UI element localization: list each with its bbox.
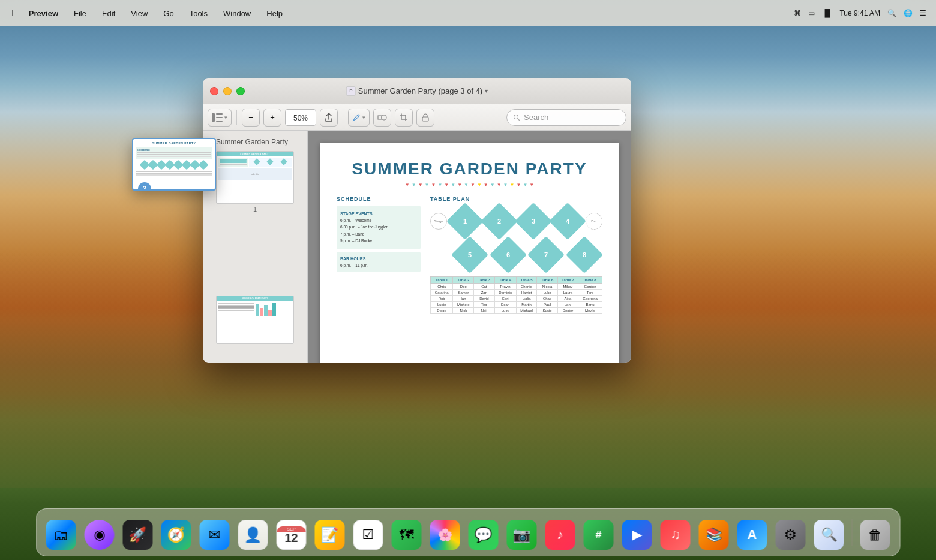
apple-menu[interactable]: : [10, 8, 13, 19]
page-1-num: 1: [253, 206, 257, 213]
tools-menu[interactable]: Tools: [187, 8, 210, 19]
airplay-icon[interactable]: ▭: [808, 9, 815, 17]
maximize-button[interactable]: [236, 87, 245, 95]
shapes-button[interactable]: [373, 109, 391, 127]
sidebar-toggle-button[interactable]: ▾: [208, 109, 232, 127]
dock-siri[interactable]: ◉: [82, 517, 117, 552]
table-2: 2: [481, 203, 518, 240]
menubar:  Preview File Edit View Go Tools Window…: [0, 0, 936, 26]
dock-reminders[interactable]: ☑: [351, 517, 386, 552]
help-menu[interactable]: Help: [264, 8, 285, 19]
window-content: ▼ Summer Garden Party SUMMER GARDEN PART…: [203, 131, 631, 363]
window-menu[interactable]: Window: [221, 8, 253, 19]
svg-rect-2: [216, 117, 223, 118]
page-1-thumb[interactable]: SUMMER GARDEN PARTY: [203, 149, 307, 215]
crop-button[interactable]: [395, 109, 413, 127]
control-center-icon[interactable]: ☰: [920, 9, 926, 17]
dock-safari[interactable]: 🧭: [159, 517, 194, 552]
dock-appstore[interactable]: A: [735, 517, 770, 552]
dock-facetime[interactable]: 📷: [505, 517, 539, 552]
zoom-display[interactable]: 50%: [285, 109, 316, 126]
sidebar: ▼ Summer Garden Party SUMMER GARDEN PART…: [203, 131, 308, 363]
col-header-2: Table 2: [453, 277, 474, 284]
table-row-2: 5 6 7 8: [430, 239, 602, 270]
schedule-title: SCHEDULE: [337, 196, 421, 202]
dock-trash[interactable]: 🗑: [858, 517, 893, 552]
schedule-item-2: 6:30 p.m. – Joe the Juggler: [340, 225, 417, 230]
share-button[interactable]: [320, 109, 338, 127]
doc-columns: SCHEDULE STAGE EVENTS 6 p.m. – Welcome 6…: [337, 196, 602, 314]
spotlight-icon[interactable]: 🔍: [887, 9, 896, 17]
doc-icon: P: [346, 86, 356, 96]
dock-messages[interactable]: 💬: [466, 517, 501, 552]
search-placeholder: Search: [524, 113, 548, 122]
view-menu[interactable]: View: [128, 8, 150, 19]
seating-table: Table 1 Table 2 Table 3 Table 4 Table 5 …: [430, 276, 602, 314]
table-4: 4: [549, 203, 586, 240]
file-menu[interactable]: File: [71, 8, 89, 19]
dock-itunes[interactable]: ♫: [658, 517, 693, 552]
col-header-4: Table 4: [494, 277, 516, 284]
page-4-thumb[interactable]: SUMMER GARDEN PARTY: [203, 293, 307, 346]
dock-separator: [852, 519, 853, 546]
close-button[interactable]: [210, 87, 218, 95]
dock-music[interactable]: ♪: [543, 517, 578, 552]
title-decoration: ▼ ▼ ▼ ▼ ▼ ▼ ▼ ▼ ▼ ▼ ▼ ▼ ▼ ▼ ▼ ▼ ▼: [337, 182, 602, 188]
dock-photos[interactable]: 🌸: [428, 517, 463, 552]
minimize-button[interactable]: [223, 87, 232, 95]
title-chevron[interactable]: ▾: [485, 88, 488, 94]
table-3: 3: [515, 203, 552, 240]
table-row: Catarina Samar Zan Dominic Harriet Luke …: [431, 290, 602, 296]
zoom-out-button[interactable]: −: [242, 109, 260, 127]
doc-viewer[interactable]: SUMMER GARDEN PARTY ▼ ▼ ▼ ▼ ▼ ▼ ▼ ▼ ▼ ▼ …: [308, 131, 631, 363]
lock-button[interactable]: [416, 109, 434, 127]
schedule-item-4: 9 p.m. – DJ Rocky: [340, 239, 417, 243]
page-4-image: SUMMER GARDEN PARTY: [216, 296, 294, 344]
dock-numbers[interactable]: #: [581, 517, 616, 552]
table-row-1: Stage 1 2 3 4 Bar: [430, 206, 602, 237]
zoom-in-button[interactable]: +: [263, 109, 281, 127]
svg-rect-0: [212, 113, 215, 122]
sidebar-header: ▼ Summer Garden Party: [203, 136, 307, 149]
dock-finder[interactable]: 🗂: [44, 517, 79, 552]
svg-line-9: [518, 119, 520, 121]
svg-rect-3: [216, 121, 223, 122]
battery-icon[interactable]: ▐▌: [822, 9, 832, 17]
chevron-icon: ▾: [224, 115, 227, 121]
col-header-3: Table 3: [474, 277, 494, 284]
table-6: 6: [490, 236, 527, 273]
dock-keynote[interactable]: ▶: [620, 517, 655, 552]
search-field[interactable]: Search: [506, 109, 626, 126]
separator-1: [236, 110, 237, 125]
go-menu[interactable]: Go: [161, 8, 176, 19]
app-name-menu[interactable]: Preview: [26, 8, 61, 19]
table-row: Rob Ian David Ceri Lydia Chad Aixa Georg…: [431, 296, 602, 302]
dock-notes[interactable]: 📝: [313, 517, 347, 552]
schedule-column: SCHEDULE STAGE EVENTS 6 p.m. – Welcome 6…: [337, 196, 421, 314]
user-icon[interactable]: 🌐: [904, 9, 913, 17]
table-row: Diogo Nick Neil Lucy Michael Susie Dexte…: [431, 308, 602, 314]
bar-label: Bar: [586, 213, 602, 230]
page-3-popup[interactable]: SUMMER GARDEN PARTY SCHEDULE 3: [132, 138, 216, 191]
table-8: 8: [566, 236, 603, 273]
schedule-item-3: 7 p.m. – Band: [340, 232, 417, 237]
dock-calendar[interactable]: SEP 12: [274, 517, 309, 552]
dock-contacts[interactable]: 👤: [236, 517, 271, 552]
dock-maps[interactable]: 🗺: [389, 517, 424, 552]
schedule-item-1: 6 p.m. – Welcome: [340, 218, 417, 223]
dock-preview[interactable]: 🔍: [812, 517, 847, 552]
col-header-6: Table 6: [537, 277, 557, 284]
pen-tool-button[interactable]: ▾: [348, 109, 370, 127]
popup-body: SCHEDULE: [133, 146, 215, 179]
col-header-1: Table 1: [431, 277, 453, 284]
page-3-badge: 3: [138, 182, 151, 191]
table-5: 5: [451, 236, 488, 273]
table-plan-column: TABLE PLAN Stage 1 2 3 4 Bar 5: [430, 196, 602, 314]
dock-launchpad[interactable]: 🚀: [121, 517, 155, 552]
bar-hours-box: BAR HOURS 6 p.m. – 11 p.m.: [337, 252, 421, 272]
wifi-icon[interactable]: ⌘: [794, 9, 801, 17]
dock-mail[interactable]: ✉: [197, 517, 232, 552]
dock-systemprefs[interactable]: ⚙: [773, 517, 808, 552]
dock-books[interactable]: 📚: [697, 517, 731, 552]
edit-menu[interactable]: Edit: [100, 8, 118, 19]
